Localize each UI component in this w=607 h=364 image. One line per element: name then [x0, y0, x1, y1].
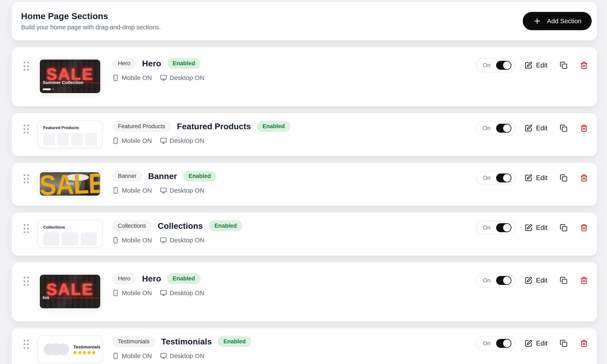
drag-handle-icon[interactable] [24, 277, 29, 286]
status-badge: Enabled [167, 273, 201, 284]
drag-handle-icon[interactable] [24, 125, 29, 133]
drag-handle-icon[interactable] [24, 62, 29, 71]
smartphone-icon [112, 237, 119, 244]
copy-icon [560, 124, 567, 132]
mobile-status: Mobile ON [112, 352, 152, 360]
delete-button[interactable] [580, 174, 588, 182]
section-thumbnail: Testimonials [38, 336, 102, 363]
edit-button[interactable]: Edit [525, 339, 547, 347]
enable-toggle-pill: On [476, 221, 515, 235]
section-thumbnail: SALEhiii [38, 273, 102, 311]
section-info: Testimonials Testimonials Enabled Mobile… [112, 336, 251, 360]
status-badge: Enabled [218, 336, 251, 347]
desktop-status-label: Desktop ON [170, 289, 204, 297]
toggle-label: On [483, 224, 491, 231]
mobile-status: Mobile ON [112, 137, 152, 144]
section-title: Hero [142, 274, 161, 283]
duplicate-button[interactable] [560, 224, 567, 232]
desktop-status: Desktop ON [160, 74, 204, 81]
delete-button[interactable] [580, 339, 588, 347]
section-controls: On Edit [476, 273, 588, 287]
duplicate-button[interactable] [560, 124, 567, 132]
monitor-icon [160, 290, 167, 296]
duplicate-button[interactable] [560, 277, 567, 284]
enable-toggle-switch[interactable] [496, 339, 512, 348]
copy-icon [560, 224, 567, 232]
edit-button[interactable]: Edit [525, 124, 547, 132]
trash-icon [580, 62, 588, 69]
section-info: Collections Collections Enabled Mobile O… [112, 220, 243, 244]
delete-button[interactable] [580, 62, 588, 69]
section-info: Featured Products Featured Products Enab… [112, 120, 290, 144]
edit-button[interactable]: Edit [525, 174, 547, 182]
copy-icon [560, 277, 567, 284]
star-dot [83, 351, 86, 354]
thumb-heading: Testimonials [73, 344, 100, 349]
trash-icon [580, 339, 588, 347]
enable-toggle-switch[interactable] [496, 173, 512, 182]
section-title: Collections [158, 221, 203, 231]
copy-icon [560, 339, 567, 347]
delete-button[interactable] [580, 224, 588, 232]
edit-button-label: Edit [536, 277, 547, 284]
mobile-status: Mobile ON [112, 289, 152, 297]
desktop-status-label: Desktop ON [170, 137, 204, 144]
trash-icon [580, 277, 588, 284]
edit-button[interactable]: Edit [525, 277, 547, 284]
delete-button[interactable] [580, 124, 588, 132]
status-badge: Enabled [209, 221, 242, 231]
add-section-button[interactable]: Add Section [523, 12, 592, 30]
smartphone-icon [112, 137, 119, 144]
toggle-knob [503, 339, 511, 347]
mobile-status: Mobile ON [112, 74, 152, 81]
star-dot [92, 351, 95, 354]
drag-handle-icon[interactable] [24, 340, 29, 349]
status-badge: Enabled [183, 171, 216, 182]
thumb-caption: Summer Collection [43, 80, 83, 85]
copy-icon [560, 62, 567, 69]
edit-pencil-icon [525, 224, 532, 232]
edit-button-label: Edit [536, 174, 547, 182]
enable-toggle-switch[interactable] [496, 276, 512, 285]
delete-button[interactable] [580, 277, 588, 284]
thumbnail-preview: Testimonials [40, 338, 100, 361]
thumb-heading: Collections [43, 225, 65, 229]
trash-icon [580, 224, 588, 232]
edit-button[interactable]: Edit [525, 224, 547, 232]
monitor-icon [160, 352, 167, 359]
star-dot [87, 351, 91, 354]
avatar-group [44, 343, 69, 355]
duplicate-button[interactable] [560, 62, 567, 69]
section-type-chip: Featured Products [112, 121, 171, 132]
carousel-indicator [43, 89, 51, 90]
thumb-caption: hiii [43, 295, 49, 300]
duplicate-button[interactable] [560, 339, 567, 347]
plus-icon [533, 17, 541, 25]
desktop-status: Desktop ON [160, 237, 204, 244]
enable-toggle-switch[interactable] [496, 223, 512, 232]
edit-button-label: Edit [536, 124, 547, 132]
device-visibility: Mobile ON Desktop ON [112, 187, 216, 194]
desktop-status-label: Desktop ON [170, 74, 204, 81]
thumbnail-preview: SALEhiiiii [40, 172, 100, 195]
avatar [57, 343, 69, 355]
drag-handle-icon[interactable] [24, 224, 29, 233]
enable-toggle-switch[interactable] [496, 61, 512, 70]
section-controls: On Edit [476, 58, 588, 72]
enable-toggle-switch[interactable] [496, 124, 512, 133]
duplicate-button[interactable] [560, 174, 567, 182]
enable-toggle-pill: On [476, 336, 515, 351]
section-row: SALEhiii Hero Hero Enabled Mobile ON Des… [12, 262, 597, 322]
edit-pencil-icon [525, 339, 532, 347]
mobile-status-label: Mobile ON [122, 352, 152, 360]
desktop-status: Desktop ON [160, 137, 204, 144]
placeholder-box [71, 133, 83, 146]
edit-button[interactable]: Edit [525, 62, 547, 69]
toggle-knob [503, 224, 511, 232]
toggle-knob [503, 62, 511, 69]
drag-handle-icon[interactable] [24, 174, 29, 183]
trash-icon [580, 174, 588, 182]
edit-pencil-icon [525, 174, 532, 182]
thumbnail-preview: SALEhiii [40, 275, 100, 308]
mobile-status: Mobile ON [112, 187, 152, 194]
